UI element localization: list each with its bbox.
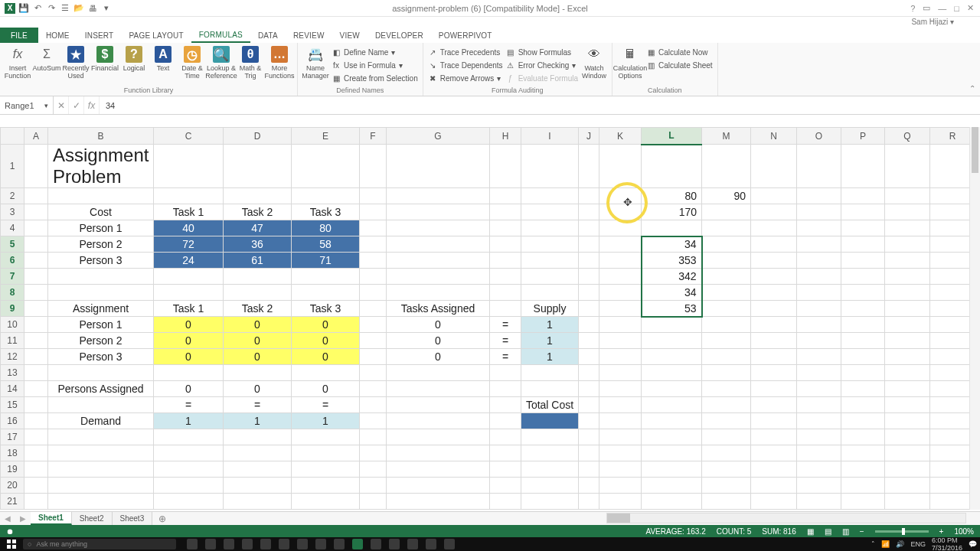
tab-developer[interactable]: DEVELOPER bbox=[368, 28, 431, 43]
cell[interactable]: Task 1 bbox=[154, 204, 224, 220]
cell[interactable]: 1 bbox=[521, 317, 579, 333]
cell[interactable] bbox=[387, 145, 490, 188]
tab-home[interactable]: HOME bbox=[38, 28, 77, 43]
cell[interactable] bbox=[154, 510, 224, 510]
cell[interactable] bbox=[48, 461, 154, 478]
cell[interactable]: 53 bbox=[642, 301, 702, 317]
cell[interactable] bbox=[751, 333, 797, 349]
cell[interactable] bbox=[751, 478, 797, 494]
cell[interactable]: Persons Assigned bbox=[48, 381, 154, 397]
cell[interactable]: 0 bbox=[292, 333, 360, 349]
cell[interactable] bbox=[224, 429, 292, 445]
cell[interactable] bbox=[702, 478, 751, 494]
row-header[interactable]: 1 bbox=[1, 145, 24, 188]
cell[interactable] bbox=[642, 397, 702, 413]
taskbar-app-icon[interactable] bbox=[389, 539, 400, 549]
cell[interactable] bbox=[521, 220, 579, 236]
cell[interactable] bbox=[702, 236, 751, 253]
cell[interactable] bbox=[579, 413, 599, 429]
cell[interactable] bbox=[387, 269, 490, 285]
cell[interactable] bbox=[599, 253, 642, 269]
spreadsheet-grid[interactable]: ABCDEFGHIJKLMNOPQR1Assignment Problem280… bbox=[0, 127, 975, 510]
cell[interactable]: Person 2 bbox=[48, 333, 154, 349]
trace-precedents-button[interactable]: ↗Trace Precedents bbox=[428, 46, 503, 58]
cell[interactable] bbox=[521, 413, 579, 429]
calculate-now-button[interactable]: ▦Calculate Now bbox=[646, 46, 713, 58]
cell[interactable] bbox=[930, 478, 975, 494]
cell[interactable] bbox=[579, 285, 599, 301]
cell[interactable] bbox=[797, 429, 841, 445]
cell[interactable] bbox=[387, 461, 490, 478]
cell[interactable]: 24 bbox=[154, 253, 224, 269]
taskbar-app-icon[interactable] bbox=[260, 539, 271, 549]
cell[interactable] bbox=[154, 365, 224, 381]
trace-dependents-button[interactable]: ↘Trace Dependents bbox=[428, 59, 503, 71]
cell[interactable] bbox=[521, 285, 579, 301]
column-header[interactable]: P bbox=[841, 128, 885, 145]
cell[interactable] bbox=[797, 253, 841, 269]
help-icon[interactable]: ? bbox=[910, 4, 915, 13]
cell[interactable]: Task 2 bbox=[224, 301, 292, 317]
cell[interactable] bbox=[490, 145, 521, 188]
cell[interactable] bbox=[841, 494, 885, 510]
cell[interactable]: 0 bbox=[224, 333, 292, 349]
cell[interactable] bbox=[24, 381, 48, 397]
use-in-formula-button[interactable]: fxUse in Formula ▾ bbox=[332, 59, 418, 71]
insert-function-button[interactable]: fx Insert Function bbox=[5, 44, 31, 80]
cell[interactable] bbox=[930, 269, 975, 285]
cell[interactable] bbox=[751, 494, 797, 510]
cell[interactable] bbox=[797, 145, 841, 188]
row-header[interactable]: 3 bbox=[1, 204, 24, 220]
cell[interactable] bbox=[154, 429, 224, 445]
cell[interactable] bbox=[224, 365, 292, 381]
show-formulas-button[interactable]: ▤Show Formulas bbox=[506, 46, 578, 58]
row-header[interactable]: 10 bbox=[1, 317, 24, 333]
cell[interactable] bbox=[48, 188, 154, 204]
cell[interactable] bbox=[490, 413, 521, 429]
cell[interactable] bbox=[24, 510, 48, 510]
insert-function-icon[interactable]: fx bbox=[84, 96, 100, 114]
cell[interactable] bbox=[797, 301, 841, 317]
cell[interactable] bbox=[885, 381, 930, 397]
cell[interactable] bbox=[521, 236, 579, 253]
cell[interactable] bbox=[490, 220, 521, 236]
cell[interactable]: 170 bbox=[642, 204, 702, 220]
cell[interactable] bbox=[751, 397, 797, 413]
cell[interactable] bbox=[24, 397, 48, 413]
cell[interactable] bbox=[387, 285, 490, 301]
cell[interactable] bbox=[154, 269, 224, 285]
watch-window-button[interactable]: 👁 Watch Window bbox=[581, 44, 607, 80]
taskbar-app-icon[interactable] bbox=[444, 539, 455, 549]
cell[interactable] bbox=[360, 365, 387, 381]
taskbar-app-icon[interactable] bbox=[315, 539, 326, 549]
cell[interactable] bbox=[751, 220, 797, 236]
cell[interactable]: 90 bbox=[702, 188, 751, 204]
logical-button[interactable]: ? Logical bbox=[121, 44, 147, 72]
cell[interactable] bbox=[24, 317, 48, 333]
cell[interactable] bbox=[224, 188, 292, 204]
zoom-in-icon[interactable]: + bbox=[939, 527, 944, 536]
sheet-tab-1[interactable]: Sheet1 bbox=[31, 512, 72, 525]
cell[interactable] bbox=[702, 285, 751, 301]
cell[interactable]: = bbox=[154, 397, 224, 413]
row-header[interactable]: 17 bbox=[1, 429, 24, 445]
cell[interactable] bbox=[599, 269, 642, 285]
cell[interactable] bbox=[579, 510, 599, 510]
cell[interactable] bbox=[841, 478, 885, 494]
cell[interactable]: 80 bbox=[642, 188, 702, 204]
cell[interactable] bbox=[387, 445, 490, 461]
cell[interactable] bbox=[24, 188, 48, 204]
cell[interactable] bbox=[292, 285, 360, 301]
cell[interactable] bbox=[885, 301, 930, 317]
cell[interactable] bbox=[797, 188, 841, 204]
cell[interactable] bbox=[48, 510, 154, 510]
cell[interactable] bbox=[48, 365, 154, 381]
cell[interactable] bbox=[24, 285, 48, 301]
cell[interactable] bbox=[521, 445, 579, 461]
cell[interactable] bbox=[387, 220, 490, 236]
cell[interactable] bbox=[930, 220, 975, 236]
cell[interactable] bbox=[24, 301, 48, 317]
cell[interactable] bbox=[797, 317, 841, 333]
view-layout-icon[interactable]: ▤ bbox=[825, 527, 831, 536]
cell[interactable] bbox=[930, 204, 975, 220]
